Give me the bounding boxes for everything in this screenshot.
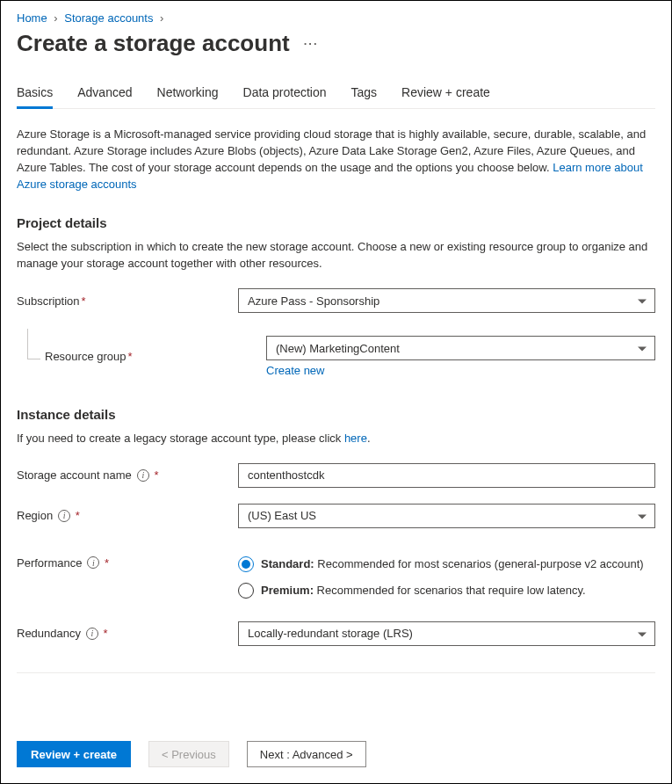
previous-button: < Previous bbox=[148, 741, 229, 767]
radio-icon bbox=[238, 583, 254, 599]
chevron-right-icon: › bbox=[54, 11, 57, 25]
perf-premium-bold: Premium: bbox=[261, 584, 314, 597]
resource-group-value: (New) MarketingContent bbox=[276, 342, 400, 355]
breadcrumb: Home › Storage accounts › bbox=[17, 11, 655, 25]
performance-premium-radio[interactable]: Premium: Recommended for scenarios that … bbox=[238, 583, 655, 599]
legacy-here-link[interactable]: here bbox=[344, 432, 367, 445]
redundancy-select[interactable]: Locally-redundant storage (LRS) bbox=[238, 621, 655, 646]
subscription-select[interactable]: Azure Pass - Sponsorship bbox=[238, 288, 655, 313]
storage-account-name-label: Storage account name bbox=[17, 468, 132, 482]
storage-account-name-value: contenthostcdk bbox=[248, 468, 324, 482]
info-icon[interactable]: i bbox=[58, 510, 70, 522]
breadcrumb-storage-accounts[interactable]: Storage accounts bbox=[64, 11, 153, 25]
wizard-tabs: Basics Advanced Networking Data protecti… bbox=[17, 78, 655, 109]
radio-icon bbox=[238, 556, 254, 572]
chevron-right-icon: › bbox=[160, 11, 163, 25]
redundancy-value: Locally-redundant storage (LRS) bbox=[248, 627, 413, 640]
info-icon[interactable]: i bbox=[86, 628, 98, 640]
page-title: Create a storage account bbox=[17, 30, 290, 57]
instance-details-desc: If you need to create a legacy storage a… bbox=[17, 431, 655, 447]
review-create-button[interactable]: Review + create bbox=[17, 741, 131, 767]
intro-text: Azure Storage is a Microsoft-managed ser… bbox=[17, 127, 646, 174]
breadcrumb-home[interactable]: Home bbox=[17, 11, 47, 25]
project-details-heading: Project details bbox=[17, 215, 655, 230]
required-indicator: * bbox=[100, 627, 108, 640]
info-icon[interactable]: i bbox=[137, 469, 149, 482]
instance-details-heading: Instance details bbox=[17, 407, 655, 422]
create-new-rg-link[interactable]: Create new bbox=[266, 364, 324, 377]
region-label: Region bbox=[17, 509, 53, 522]
performance-standard-radio[interactable]: Standard: Recommended for most scenarios… bbox=[238, 556, 655, 572]
perf-premium-desc: Recommended for scenarios that require l… bbox=[314, 584, 586, 597]
region-value: (US) East US bbox=[248, 509, 316, 522]
subscription-label: Subscription bbox=[17, 294, 80, 308]
legacy-desc-prefix: If you need to create a legacy storage a… bbox=[17, 432, 344, 445]
required-indicator: * bbox=[128, 350, 133, 363]
required-indicator: * bbox=[151, 468, 159, 482]
info-icon[interactable]: i bbox=[87, 556, 99, 569]
more-actions-icon[interactable]: ··· bbox=[304, 37, 319, 50]
tab-data-protection[interactable]: Data protection bbox=[243, 78, 327, 108]
storage-account-name-input[interactable]: contenthostcdk bbox=[238, 463, 655, 488]
performance-label: Performance bbox=[17, 556, 82, 570]
perf-standard-bold: Standard: bbox=[261, 557, 314, 570]
tab-review-create[interactable]: Review + create bbox=[401, 78, 490, 108]
tab-tags[interactable]: Tags bbox=[351, 78, 378, 108]
region-select[interactable]: (US) East US bbox=[238, 504, 655, 528]
legacy-desc-suffix: . bbox=[367, 432, 371, 445]
perf-standard-desc: Recommended for most scenarios (general-… bbox=[314, 557, 644, 570]
intro-paragraph: Azure Storage is a Microsoft-managed ser… bbox=[17, 127, 655, 192]
tab-basics[interactable]: Basics bbox=[17, 78, 53, 108]
divider bbox=[17, 672, 655, 673]
project-details-desc: Select the subscription in which to crea… bbox=[17, 239, 655, 272]
subscription-value: Azure Pass - Sponsorship bbox=[248, 294, 379, 308]
required-indicator: * bbox=[82, 294, 86, 308]
next-button[interactable]: Next : Advanced > bbox=[247, 741, 366, 767]
tab-advanced[interactable]: Advanced bbox=[77, 78, 132, 108]
required-indicator: * bbox=[101, 556, 109, 570]
resource-group-select[interactable]: (New) MarketingContent bbox=[266, 336, 655, 360]
redundancy-label: Redundancy bbox=[17, 627, 81, 640]
resource-group-label: Resource group bbox=[45, 350, 126, 363]
tab-networking[interactable]: Networking bbox=[157, 78, 219, 108]
required-indicator: * bbox=[72, 509, 80, 522]
footer-bar: Review + create < Previous Next : Advanc… bbox=[1, 729, 671, 783]
